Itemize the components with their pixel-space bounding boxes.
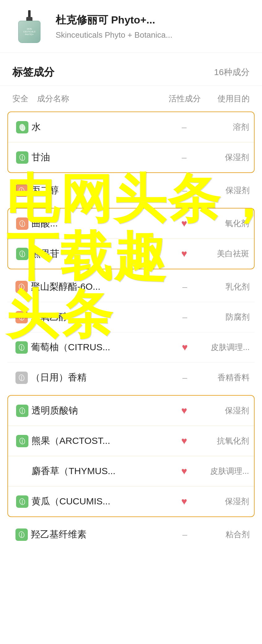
ingredient-group-6: 羟乙基纤维素 – 粘合剂 bbox=[7, 520, 255, 549]
ingredient-purpose: 保湿剂 bbox=[203, 152, 249, 163]
leaf-icon bbox=[17, 530, 26, 539]
ingredient-name: 羟乙基纤维素 bbox=[31, 528, 166, 541]
safety-dot-green bbox=[16, 495, 28, 508]
safety-indicator bbox=[13, 151, 32, 164]
ingredient-name: 聚山梨醇酯-6O... bbox=[31, 280, 166, 293]
safety-dot-orange bbox=[15, 311, 28, 323]
table-row[interactable]: 黄瓜（CUCUMIS... ♥ 保湿剂 bbox=[8, 486, 254, 516]
ingredients-list: 水 – 溶剂 甘油 – 保湿剂 bbox=[0, 112, 262, 549]
ingredient-active: ♥ bbox=[166, 218, 203, 229]
ingredient-name: 曲酸... bbox=[32, 217, 166, 230]
table-row[interactable]: 麝香草（THYMUS... ♥ 皮肤调理... bbox=[8, 456, 254, 486]
table-row[interactable]: 甘油 – 保湿剂 bbox=[8, 142, 254, 172]
safety-indicator bbox=[12, 372, 31, 384]
safety-dot-green bbox=[16, 248, 28, 260]
ingredient-active: – bbox=[166, 186, 203, 196]
product-title: 杜克修丽可 Phyto+... bbox=[56, 13, 250, 27]
table-row[interactable]: 丙二醇 – 保湿剂 bbox=[7, 175, 255, 205]
leaf-icon bbox=[17, 313, 26, 322]
leaf-icon bbox=[18, 153, 27, 162]
ingredient-active: ♥ bbox=[166, 248, 203, 259]
ingredient-group-5: 透明质酸钠 ♥ 保湿剂 熊果（ARCTOST... ♥ 抗氧化剂 bbox=[7, 395, 255, 517]
safety-dot-green bbox=[16, 405, 28, 417]
ingredient-purpose: 防腐剂 bbox=[203, 312, 250, 322]
ingredient-active: – bbox=[166, 122, 203, 132]
leaf-icon bbox=[18, 219, 27, 228]
table-row[interactable]: 聚山梨醇酯-6O... – 乳化剂 bbox=[7, 272, 255, 302]
ingredient-name: 苯氧乙醇 bbox=[31, 311, 166, 323]
safety-indicator bbox=[13, 495, 32, 508]
table-row[interactable]: （日用）香精 – 香精香料 bbox=[7, 363, 255, 393]
table-row[interactable]: 水 – 溶剂 bbox=[8, 112, 254, 142]
ingredient-active: ♥ bbox=[166, 342, 203, 353]
ingredient-name: 丙二醇 bbox=[31, 184, 166, 197]
col-purpose-header: 使用目的 bbox=[203, 93, 250, 104]
leaf-icon bbox=[18, 250, 27, 258]
ingredient-name: 水 bbox=[32, 121, 166, 133]
product-header: SKINCEUTICALSPHYTO+ 杜克修丽可 Phyto+... Skin… bbox=[0, 0, 262, 53]
safety-indicator bbox=[13, 248, 32, 260]
table-row[interactable]: 羟乙基纤维素 – 粘合剂 bbox=[7, 520, 255, 549]
ingredient-purpose: 皮肤调理... bbox=[203, 466, 249, 477]
safety-dot-orange bbox=[16, 217, 28, 230]
safety-dot-green bbox=[16, 151, 28, 164]
safety-indicator bbox=[12, 311, 31, 323]
ingredient-name: 熊果（ARCTOST... bbox=[32, 435, 166, 447]
ingredient-active: – bbox=[166, 373, 203, 383]
safety-dot-green bbox=[16, 121, 28, 133]
ingredient-group-2: 丙二醇 – 保湿剂 bbox=[7, 175, 255, 205]
ingredient-active: – bbox=[166, 530, 203, 540]
ingredient-count: 16种成分 bbox=[214, 66, 250, 78]
ingredient-active: – bbox=[166, 153, 203, 162]
ingredient-name: 透明质酸钠 bbox=[32, 404, 166, 417]
ingredient-active: ♥ bbox=[166, 496, 203, 507]
col-safety-header: 安全 bbox=[12, 93, 37, 104]
safety-dot-orange bbox=[15, 184, 28, 197]
table-row[interactable]: 熊果苷 ♥ 美白祛斑 bbox=[8, 239, 254, 269]
ingredient-purpose: 乳化剂 bbox=[203, 281, 250, 292]
bottle-illustration: SKINCEUTICALSPHYTO+ bbox=[17, 10, 42, 43]
product-subtitle: Skinceuticals Phyto + Botanica... bbox=[56, 30, 250, 40]
leaf-icon bbox=[18, 437, 27, 445]
ingredient-purpose: 抗氧化剂 bbox=[203, 436, 249, 446]
leaf-icon bbox=[17, 343, 26, 352]
safety-indicator bbox=[13, 121, 32, 133]
table-row[interactable]: 熊果（ARCTOST... ♥ 抗氧化剂 bbox=[8, 426, 254, 456]
ingredient-purpose: 皮肤调理... bbox=[203, 342, 250, 353]
safety-dot-green bbox=[16, 435, 28, 447]
safety-indicator bbox=[12, 184, 31, 197]
ingredient-purpose: 保湿剂 bbox=[203, 496, 249, 507]
ingredient-group-4: 聚山梨醇酯-6O... – 乳化剂 苯氧乙醇 – 防腐剂 bbox=[7, 272, 255, 393]
safety-dot-green bbox=[15, 528, 28, 541]
leaf-icon bbox=[17, 283, 26, 291]
safety-dot-gray bbox=[15, 372, 28, 384]
leaf-icon bbox=[17, 373, 26, 382]
col-active-header: 活性成分 bbox=[166, 93, 203, 104]
safety-indicator bbox=[13, 465, 32, 478]
safety-indicator bbox=[12, 341, 31, 354]
safety-dot-orange bbox=[15, 281, 28, 293]
table-row[interactable]: 苯氧乙醇 – 防腐剂 bbox=[7, 302, 255, 332]
ingredient-name: 黄瓜（CUCUMIS... bbox=[32, 495, 166, 508]
ingredient-purpose: 保湿剂 bbox=[203, 185, 250, 196]
ingredient-active: ♥ bbox=[166, 465, 203, 477]
table-row[interactable]: 透明质酸钠 ♥ 保湿剂 bbox=[8, 396, 254, 426]
column-headers: 安全 成分名称 活性成分 使用目的 bbox=[0, 86, 262, 109]
ingredient-name: 麝香草（THYMUS... bbox=[32, 465, 166, 478]
ingredient-active: – bbox=[166, 282, 203, 292]
leaf-icon bbox=[17, 186, 26, 195]
ingredient-name: 葡萄柚（CITRUS... bbox=[31, 341, 166, 354]
table-row[interactable]: 曲酸... ♥ 氧化剂 bbox=[8, 208, 254, 239]
ingredient-purpose: 粘合剂 bbox=[203, 529, 250, 540]
leaf-icon bbox=[18, 406, 27, 415]
label-section-header: 标签成分 16种成分 bbox=[0, 53, 262, 86]
ingredient-name: 甘油 bbox=[32, 151, 166, 164]
ingredient-purpose: 保湿剂 bbox=[203, 405, 249, 416]
ingredient-active: ♥ bbox=[166, 405, 203, 416]
safety-dot-green bbox=[15, 341, 28, 354]
safety-indicator bbox=[12, 281, 31, 293]
table-row[interactable]: 葡萄柚（CITRUS... ♥ 皮肤调理... bbox=[7, 332, 255, 363]
product-info: 杜克修丽可 Phyto+... Skinceuticals Phyto + Bo… bbox=[56, 13, 250, 40]
ingredient-group-3: 曲酸... ♥ 氧化剂 熊果苷 ♥ 美白祛斑 bbox=[7, 208, 255, 269]
ingredient-purpose: 溶剂 bbox=[203, 122, 249, 133]
